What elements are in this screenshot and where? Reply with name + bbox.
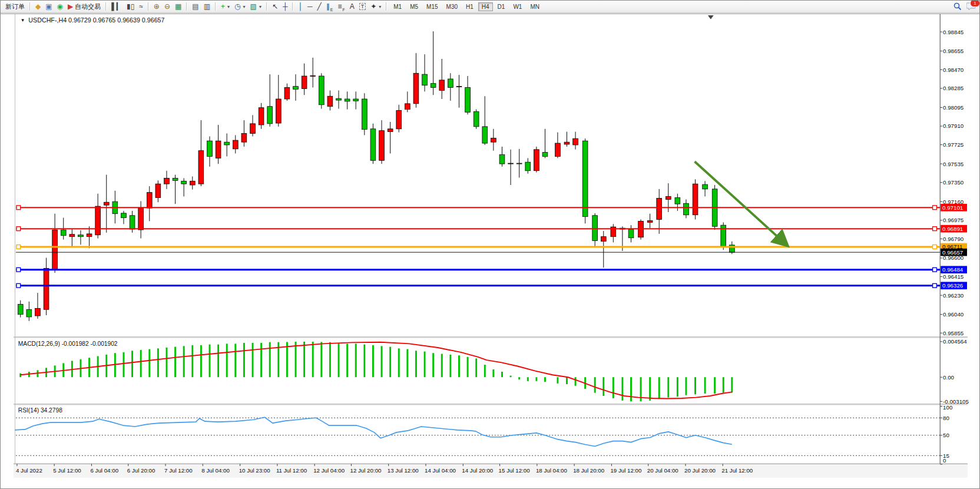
level-endpoint-marker[interactable] <box>933 267 937 272</box>
chart-window: 0.988450.986550.984700.982850.980950.979… <box>1 14 980 489</box>
level-endpoint-marker[interactable] <box>16 283 21 288</box>
zoom-in-icon[interactable]: ⊕ <box>151 1 162 12</box>
timeframe-d1[interactable]: D1 <box>494 2 509 11</box>
macd-histogram-bar <box>424 352 426 378</box>
macd-histogram-bar <box>346 343 348 377</box>
chat-button[interactable]: 1 <box>966 2 976 11</box>
candle-body <box>491 138 496 142</box>
macd-histogram-bar <box>441 354 443 378</box>
auto-arrange-icon[interactable]: ▤ <box>190 1 201 12</box>
candle-body <box>319 76 324 105</box>
period-icon[interactable]: ◷▾ <box>232 1 248 12</box>
rsi-axis-label: 0 <box>943 457 946 464</box>
candle-body <box>18 305 23 315</box>
candlestick-chart-icon: ▮▯ <box>127 3 134 10</box>
candle-body <box>508 163 514 164</box>
candle-body <box>439 80 445 91</box>
price-axis-label: 0.98285 <box>943 85 964 91</box>
price-axis-label: 0.95855 <box>943 330 964 336</box>
macd-pane[interactable] <box>14 338 968 404</box>
chart-canvas[interactable]: 0.988450.986550.984700.982850.980950.979… <box>1 14 980 489</box>
timeframe-mn[interactable]: MN <box>527 2 543 11</box>
channel-icon-sub: E <box>330 8 333 12</box>
add-indicator-icon[interactable]: +▾ <box>218 1 232 12</box>
macd-histogram-bar <box>157 348 159 377</box>
time-axis-label: 19 Jul 12:00 <box>610 467 642 474</box>
price-tag: 0.97101 <box>941 204 967 212</box>
label-icon[interactable]: T <box>357 1 369 12</box>
horizontal-line-icon[interactable]: ─ <box>305 1 315 12</box>
candle-body <box>431 84 436 88</box>
candle-body <box>336 98 342 100</box>
macd-histogram-bar <box>329 342 331 378</box>
tile-windows-icon[interactable]: ▦ <box>173 1 184 12</box>
price-axis-label: 0.97725 <box>943 141 964 148</box>
crosshair-icon[interactable]: ┼ <box>280 1 290 12</box>
toolbar-right: 1 <box>953 2 978 11</box>
candle-body <box>601 237 606 242</box>
time-axis-label: 14 Jul 20:00 <box>462 467 494 474</box>
candle-body <box>517 163 522 164</box>
macd-histogram-bar <box>372 345 374 377</box>
vertical-line-icon[interactable]: │ <box>296 1 305 12</box>
level-endpoint-marker[interactable] <box>933 227 937 231</box>
shapes-icon[interactable]: ✦▾ <box>368 1 383 12</box>
macd-histogram-bar <box>209 345 211 378</box>
main-pane[interactable] <box>14 14 968 337</box>
timeframe-m1[interactable]: M1 <box>390 2 405 11</box>
cursor-icon[interactable]: ↖ <box>270 1 280 12</box>
arrange-windows-icon[interactable]: ▥ <box>201 1 213 12</box>
candle-body <box>465 88 471 113</box>
timeframe-h1[interactable]: H1 <box>462 2 477 11</box>
level-endpoint-marker[interactable] <box>933 245 937 249</box>
candle-body <box>267 107 273 124</box>
candle-body <box>362 99 367 130</box>
new-order-button[interactable]: 新订单 <box>3 1 27 12</box>
candle-body <box>241 133 247 142</box>
candlestick-chart-icon[interactable]: ▮▯ <box>124 1 137 12</box>
search-icon[interactable] <box>953 2 962 11</box>
signal-icon[interactable]: ◉ <box>55 1 65 12</box>
candle-body <box>35 308 41 316</box>
line-chart-icon[interactable]: ≈ <box>137 1 145 12</box>
macd-histogram-bar <box>731 377 733 392</box>
rsi-pane[interactable] <box>14 405 968 464</box>
dropdown-caret-icon: ▾ <box>227 4 230 9</box>
timeframe-m15[interactable]: M15 <box>423 2 441 11</box>
macd-histogram-bar <box>566 377 568 384</box>
level-endpoint-marker[interactable] <box>16 227 21 231</box>
candle-body <box>525 162 531 171</box>
candle-body <box>405 104 410 110</box>
level-endpoint-marker[interactable] <box>933 206 937 210</box>
candle-body <box>647 221 653 223</box>
market-watch-icon[interactable]: ▣ <box>43 1 54 12</box>
time-axis-label: 4 Jul 2022 <box>16 467 42 474</box>
fibonacci-icon[interactable]: ≡F <box>335 1 347 12</box>
timeframe-w1[interactable]: W1 <box>509 2 525 11</box>
trendline-icon[interactable]: ╱ <box>314 1 323 12</box>
autotrading-button[interactable]: ▶自动交易 <box>65 1 103 12</box>
macd-histogram-bar <box>234 343 236 377</box>
template-icon[interactable]: ▧▾ <box>248 1 264 12</box>
symbol-dropdown-icon[interactable]: ▼ <box>21 18 25 23</box>
level-endpoint-marker[interactable] <box>16 245 21 249</box>
candle-body <box>61 230 66 236</box>
level-endpoint-marker[interactable] <box>16 206 21 210</box>
candle-body <box>27 309 32 317</box>
channel-icon[interactable]: ∥E <box>324 1 336 12</box>
zoom-out-icon[interactable]: ⊖ <box>162 1 173 12</box>
text-icon[interactable]: A <box>347 1 357 12</box>
crosshair-icon: ┼ <box>283 3 288 10</box>
candle-body <box>181 181 187 184</box>
level-endpoint-marker[interactable] <box>16 267 21 272</box>
timeframe-m5[interactable]: M5 <box>406 2 422 11</box>
candle-body <box>564 142 570 144</box>
candle-body <box>379 131 385 161</box>
timeframe-h4[interactable]: H4 <box>478 2 493 11</box>
charts-icon[interactable]: ◆ <box>33 1 43 12</box>
timeframe-m30[interactable]: M30 <box>443 2 461 11</box>
level-endpoint-marker[interactable] <box>933 283 937 288</box>
bar-chart-icon[interactable]: ▌▎ <box>109 1 124 12</box>
time-axis-label: 12 Jul 20:00 <box>350 467 382 474</box>
macd-label: MACD(12,26,9) -0.001982 -0.001902 <box>18 341 118 347</box>
